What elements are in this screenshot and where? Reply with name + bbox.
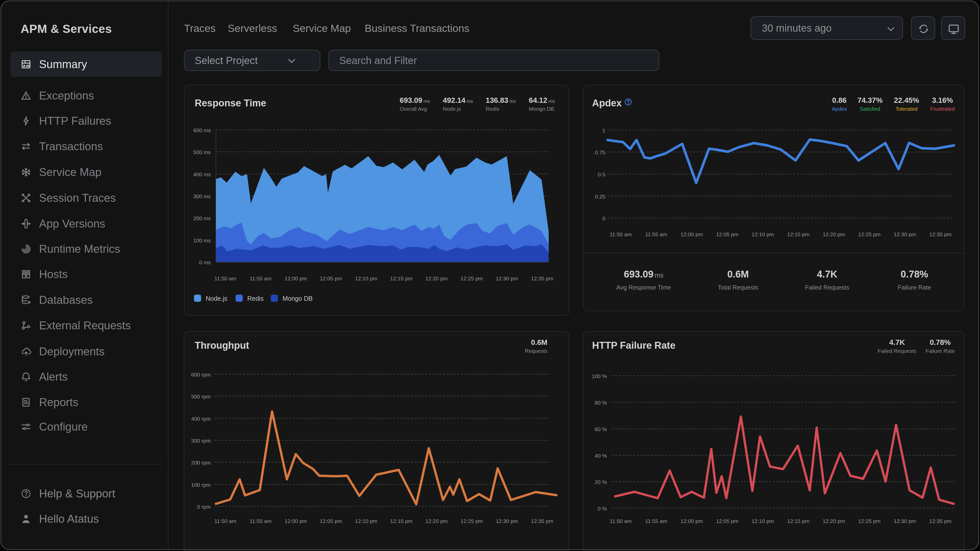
svg-text:12:10 pm: 12:10 pm bbox=[752, 518, 774, 524]
svg-text:12:30 pm: 12:30 pm bbox=[496, 518, 518, 524]
svg-text:300 ms: 300 ms bbox=[193, 193, 211, 199]
svg-text:20 %: 20 % bbox=[595, 479, 607, 485]
svg-text:0.25: 0.25 bbox=[595, 194, 605, 200]
svg-text:300 rpm: 300 rpm bbox=[191, 438, 211, 444]
svg-text:0 rpm: 0 rpm bbox=[197, 504, 211, 510]
svg-text:12:20 pm: 12:20 pm bbox=[425, 518, 448, 524]
svg-text:12:00 pm: 12:00 pm bbox=[681, 518, 703, 524]
svg-text:11:50 am: 11:50 am bbox=[610, 518, 632, 524]
svg-text:0: 0 bbox=[602, 216, 605, 221]
svg-text:12:25 pm: 12:25 pm bbox=[858, 518, 881, 524]
svg-text:12:00 pm: 12:00 pm bbox=[681, 231, 703, 237]
svg-text:500 ms: 500 ms bbox=[193, 149, 211, 155]
svg-text:12:25 pm: 12:25 pm bbox=[461, 518, 483, 524]
svg-text:12:20 pm: 12:20 pm bbox=[425, 275, 448, 281]
svg-text:12:25 pm: 12:25 pm bbox=[858, 231, 881, 237]
svg-text:12:15 pm: 12:15 pm bbox=[787, 518, 810, 524]
svg-text:80 %: 80 % bbox=[595, 400, 607, 406]
svg-text:12:15 pm: 12:15 pm bbox=[390, 518, 413, 524]
svg-text:11:50 am: 11:50 am bbox=[215, 518, 236, 524]
svg-text:40 %: 40 % bbox=[595, 453, 607, 459]
svg-text:0 ms: 0 ms bbox=[199, 259, 211, 265]
svg-text:400 rpm: 400 rpm bbox=[191, 416, 211, 422]
svg-text:100 rpm: 100 rpm bbox=[191, 482, 211, 488]
svg-text:0.75: 0.75 bbox=[595, 149, 605, 156]
svg-text:12:00 pm: 12:00 pm bbox=[285, 275, 307, 281]
svg-text:12:00 pm: 12:00 pm bbox=[285, 518, 307, 524]
svg-text:12:05 pm: 12:05 pm bbox=[716, 231, 738, 237]
svg-text:12:05 pm: 12:05 pm bbox=[716, 518, 738, 524]
svg-text:600 rpm: 600 rpm bbox=[191, 372, 211, 378]
svg-text:400 ms: 400 ms bbox=[193, 171, 211, 177]
svg-text:11:55 am: 11:55 am bbox=[645, 231, 667, 237]
svg-text:11:55 am: 11:55 am bbox=[250, 518, 272, 524]
svg-text:12:10 pm: 12:10 pm bbox=[355, 518, 377, 524]
svg-text:12:30 pm: 12:30 pm bbox=[894, 518, 916, 524]
svg-text:11:50 am: 11:50 am bbox=[610, 231, 632, 237]
svg-text:12:30 pm: 12:30 pm bbox=[496, 275, 518, 281]
svg-text:500 rpm: 500 rpm bbox=[191, 394, 211, 400]
svg-text:12:25 pm: 12:25 pm bbox=[461, 275, 483, 281]
svg-text:11:55 am: 11:55 am bbox=[645, 518, 667, 524]
svg-text:12:20 pm: 12:20 pm bbox=[822, 231, 845, 237]
svg-text:11:55 am: 11:55 am bbox=[250, 275, 272, 281]
svg-text:12:15 pm: 12:15 pm bbox=[390, 275, 413, 281]
svg-text:0 %: 0 % bbox=[598, 506, 607, 511]
svg-text:200 rpm: 200 rpm bbox=[191, 460, 211, 465]
svg-text:60 %: 60 % bbox=[595, 426, 607, 432]
svg-text:100 ms: 100 ms bbox=[193, 238, 211, 243]
svg-text:12:35 pm: 12:35 pm bbox=[929, 518, 952, 524]
svg-text:1: 1 bbox=[602, 127, 605, 133]
svg-text:0.5: 0.5 bbox=[598, 171, 605, 177]
svg-text:12:05 pm: 12:05 pm bbox=[320, 275, 342, 281]
svg-text:12:30 pm: 12:30 pm bbox=[894, 231, 916, 237]
svg-text:12:35 pm: 12:35 pm bbox=[929, 231, 952, 237]
svg-text:12:35 pm: 12:35 pm bbox=[531, 518, 553, 524]
svg-text:12:05 pm: 12:05 pm bbox=[320, 518, 342, 524]
svg-text:12:10 pm: 12:10 pm bbox=[355, 275, 377, 281]
svg-text:12:20 pm: 12:20 pm bbox=[822, 518, 845, 524]
svg-text:12:10 pm: 12:10 pm bbox=[752, 231, 774, 237]
svg-text:11:50 am: 11:50 am bbox=[215, 275, 236, 281]
svg-text:200 ms: 200 ms bbox=[193, 215, 211, 221]
svg-text:600 ms: 600 ms bbox=[193, 127, 211, 133]
svg-text:12:35 pm: 12:35 pm bbox=[531, 275, 553, 281]
svg-text:100 %: 100 % bbox=[592, 373, 607, 379]
svg-text:12:15 pm: 12:15 pm bbox=[787, 231, 810, 237]
